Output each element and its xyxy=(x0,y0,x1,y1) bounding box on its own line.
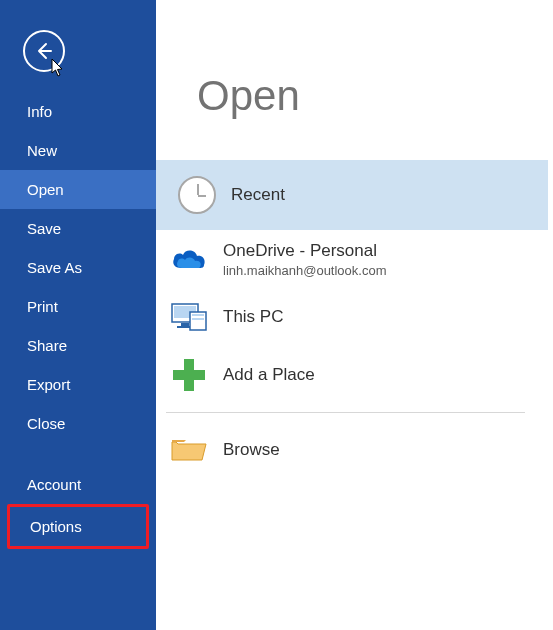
back-arrow-icon xyxy=(34,41,54,61)
sidebar-label: Print xyxy=(27,298,58,315)
folder-icon-wrap xyxy=(163,436,215,464)
open-item-label: Add a Place xyxy=(223,365,315,385)
add-place-plus-icon xyxy=(173,359,205,391)
open-item-thispc[interactable]: This PC xyxy=(156,288,553,346)
sidebar-item-save[interactable]: Save xyxy=(0,209,156,248)
sidebar-label: Export xyxy=(27,376,70,393)
sidebar-label: Share xyxy=(27,337,67,354)
back-button[interactable] xyxy=(23,30,65,72)
sidebar-item-close[interactable]: Close xyxy=(0,404,156,443)
open-item-label: Browse xyxy=(223,440,280,460)
sidebar-gap xyxy=(0,443,156,465)
sidebar-label: Save xyxy=(27,220,61,237)
open-item-browse[interactable]: Browse xyxy=(156,421,553,479)
open-item-onedrive[interactable]: OneDrive - Personal linh.maikhanh@outloo… xyxy=(156,230,553,288)
this-pc-icon xyxy=(170,302,208,332)
sidebar-label: Info xyxy=(27,103,52,120)
divider xyxy=(166,412,525,413)
onedrive-cloud-icon xyxy=(169,246,209,272)
highlight-options: Options xyxy=(7,504,149,549)
sidebar-label: Save As xyxy=(27,259,82,276)
sidebar-item-share[interactable]: Share xyxy=(0,326,156,365)
main-panel: Open Recent xyxy=(156,0,553,630)
open-item-label: Recent xyxy=(231,185,285,205)
sidebar-label: Open xyxy=(27,181,64,198)
sidebar-label: Options xyxy=(30,518,82,535)
sidebar-item-open[interactable]: Open xyxy=(0,170,156,209)
pc-icon-wrap xyxy=(163,302,215,332)
sidebar-item-new[interactable]: New xyxy=(0,131,156,170)
sidebar-label: Account xyxy=(27,476,81,493)
open-item-label: OneDrive - Personal xyxy=(223,241,387,261)
plus-icon-wrap xyxy=(163,359,215,391)
backstage-sidebar: Info New Open Save Save As Print Share E… xyxy=(0,0,156,630)
open-item-label: This PC xyxy=(223,307,283,327)
sidebar-label: New xyxy=(27,142,57,159)
recent-icon xyxy=(178,176,216,214)
cloud-icon-wrap xyxy=(163,246,215,272)
sidebar-item-options[interactable]: Options xyxy=(10,507,146,546)
sidebar-item-print[interactable]: Print xyxy=(0,287,156,326)
browse-folder-icon xyxy=(170,436,208,464)
svg-rect-6 xyxy=(192,318,204,320)
sidebar-item-info[interactable]: Info xyxy=(0,92,156,131)
open-item-sublabel: linh.maikhanh@outlook.com xyxy=(223,263,387,278)
sidebar-label: Close xyxy=(27,415,65,432)
sidebar-item-export[interactable]: Export xyxy=(0,365,156,404)
sidebar-item-save-as[interactable]: Save As xyxy=(0,248,156,287)
svg-rect-5 xyxy=(192,314,204,316)
recent-icon-wrap xyxy=(171,176,223,214)
open-item-addplace[interactable]: Add a Place xyxy=(156,346,553,404)
open-places-list: Recent OneDrive - Personal linh.maikhanh… xyxy=(156,160,553,479)
open-item-recent[interactable]: Recent xyxy=(156,160,548,230)
page-title: Open xyxy=(156,0,553,160)
svg-rect-2 xyxy=(181,323,189,326)
back-button-wrap xyxy=(0,0,156,92)
sidebar-item-account[interactable]: Account xyxy=(0,465,156,504)
